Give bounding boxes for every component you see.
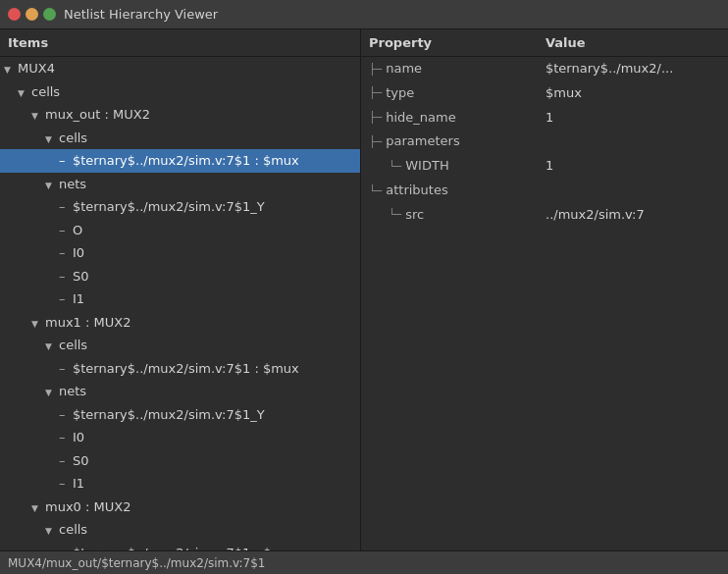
tree-item[interactable]: ▼cells (0, 127, 360, 150)
prop-row: ├─name$ternary$../mux2/... (361, 57, 728, 81)
window-controls (8, 8, 56, 21)
tree-item-label: mux1 : MUX2 (45, 315, 130, 330)
tree-item[interactable]: –I1 (0, 287, 360, 311)
tree-connector-icon: ├─ (369, 84, 382, 102)
tree-item[interactable]: ▼cells (0, 334, 360, 357)
arrow-down-icon: ▼ (45, 340, 57, 354)
arrow-down-icon: ▼ (31, 318, 43, 332)
dash-icon: – (59, 405, 71, 425)
property-column-header: Property (369, 35, 546, 50)
prop-key-label: type (386, 83, 414, 104)
tree-item[interactable]: ▼mux_out : MUX2 (0, 103, 360, 127)
prop-value-label: 1 (546, 156, 720, 177)
prop-row: ├─hide_name1 (361, 106, 728, 130)
tree-connector-icon: ├─ (369, 61, 382, 78)
prop-row: └─attributes (361, 179, 728, 203)
close-button[interactable] (8, 8, 21, 21)
dash-icon: – (59, 544, 71, 551)
tree-item[interactable]: ▼MUX4 (0, 57, 360, 80)
tree-connector-icon: └─ (369, 183, 382, 200)
prop-key-label: WIDTH (405, 156, 448, 177)
left-panel: Items ▼MUX4▼cells▼mux_out : MUX2▼cells–$… (0, 29, 361, 550)
titlebar: Netlist Hierarchy Viewer (0, 0, 728, 29)
tree-item-label: cells (59, 130, 87, 145)
right-panel: Property Value ├─name$ternary$../mux2/..… (361, 29, 728, 550)
tree-item-label: cells (59, 522, 87, 537)
prop-key: └─WIDTH (369, 156, 546, 177)
arrow-down-icon: ▼ (31, 502, 43, 516)
prop-row: ├─parameters (361, 130, 728, 154)
tree-item[interactable]: ▼mux0 : MUX2 (0, 496, 360, 519)
arrow-down-icon: ▼ (31, 110, 43, 124)
tree-item[interactable]: ▼nets (0, 380, 360, 403)
tree-item[interactable]: ▼nets (0, 173, 360, 196)
dash-icon: – (59, 451, 71, 471)
tree-item[interactable]: –I1 (0, 472, 360, 496)
prop-row: ├─type$mux (361, 81, 728, 106)
tree-item-label: $ternary$../mux2/sim.v:7$1 : $mux (73, 361, 299, 376)
tree-item-label: S0 (73, 453, 89, 468)
tree-item[interactable]: –I0 (0, 426, 360, 449)
tree-item[interactable]: –$ternary$../mux2/sim.v:7$1_Y (0, 403, 360, 427)
prop-key: ├─parameters (369, 131, 546, 152)
dash-icon: – (59, 221, 71, 240)
prop-key: └─attributes (369, 181, 546, 201)
tree-item-label: S0 (73, 269, 89, 284)
prop-value-label: ../mux2/sim.v:7 (546, 205, 720, 226)
tree-item[interactable]: –I0 (0, 241, 360, 265)
tree-item-label: $ternary$../mux2/sim.v:7$1 : $mux (73, 153, 299, 168)
tree-item[interactable]: –$ternary$../mux2/sim.v:7$1 : $mux (0, 149, 360, 173)
tree-item-label: cells (31, 84, 60, 99)
dash-icon: – (59, 428, 71, 447)
tree-connector-icon: └─ (389, 158, 401, 176)
tree-item[interactable]: –O (0, 219, 360, 242)
dash-icon: – (59, 474, 71, 494)
tree-item[interactable]: –$ternary$../mux2/sim.v:7$1_Y (0, 195, 360, 219)
tree-item[interactable]: –$ternary$../mux2/sim.v:7$1 : $mux (0, 357, 360, 381)
prop-key-label: hide_name (386, 108, 455, 129)
prop-value-label (546, 181, 720, 201)
tree-item-label: $ternary$../mux2/sim.v:7$1 : $mux (73, 546, 299, 551)
tree-item[interactable]: –S0 (0, 449, 360, 473)
maximize-button[interactable] (43, 8, 56, 21)
minimize-button[interactable] (26, 8, 38, 21)
statusbar: MUX4/mux_out/$ternary$../mux2/sim.v:7$1 (0, 550, 728, 574)
prop-key-label: src (405, 205, 424, 226)
tree-item-label: mux_out : MUX2 (45, 107, 150, 122)
tree-item-label: cells (59, 338, 87, 352)
tree-item-label: $ternary$../mux2/sim.v:7$1_Y (73, 199, 265, 214)
tree-item-label: nets (59, 384, 86, 398)
statusbar-text: MUX4/mux_out/$ternary$../mux2/sim.v:7$1 (8, 556, 265, 570)
props-container: ├─name$ternary$../mux2/...├─type$mux├─hi… (361, 57, 728, 550)
dash-icon: – (59, 289, 71, 309)
prop-value-label (546, 131, 720, 152)
prop-key-label: attributes (386, 181, 447, 201)
tree-connector-icon: ├─ (369, 109, 382, 127)
items-header: Items (0, 29, 360, 57)
arrow-down-icon: ▼ (45, 387, 57, 400)
tree-connector-icon: ├─ (369, 133, 382, 151)
tree-item[interactable]: ▼mux1 : MUX2 (0, 311, 360, 335)
prop-key: ├─name (369, 59, 546, 79)
tree-item-label: I0 (73, 245, 84, 260)
tree-item[interactable]: ▼cells (0, 80, 360, 104)
main-content: Items ▼MUX4▼cells▼mux_out : MUX2▼cells–$… (0, 29, 728, 550)
prop-row: └─src../mux2/sim.v:7 (361, 203, 728, 228)
tree-item[interactable]: ▼cells (0, 518, 360, 542)
tree-item[interactable]: –S0 (0, 265, 360, 288)
tree-container[interactable]: ▼MUX4▼cells▼mux_out : MUX2▼cells–$ternar… (0, 57, 360, 550)
tree-item[interactable]: –$ternary$../mux2/sim.v:7$1 : $mux (0, 542, 360, 551)
prop-key-label: name (386, 59, 422, 79)
tree-item-label: O (73, 223, 82, 237)
prop-row: └─WIDTH1 (361, 154, 728, 179)
prop-key: ├─hide_name (369, 108, 546, 129)
prop-key: └─src (369, 205, 546, 226)
dash-icon: – (59, 359, 71, 379)
tree-item-label: mux0 : MUX2 (45, 499, 130, 514)
arrow-down-icon: ▼ (4, 64, 16, 78)
value-column-header: Value (546, 35, 720, 50)
arrow-down-icon: ▼ (45, 133, 57, 147)
prop-value-label: $ternary$../mux2/... (546, 59, 720, 79)
tree-item-label: $ternary$../mux2/sim.v:7$1_Y (73, 407, 265, 422)
dash-icon: – (59, 243, 71, 263)
